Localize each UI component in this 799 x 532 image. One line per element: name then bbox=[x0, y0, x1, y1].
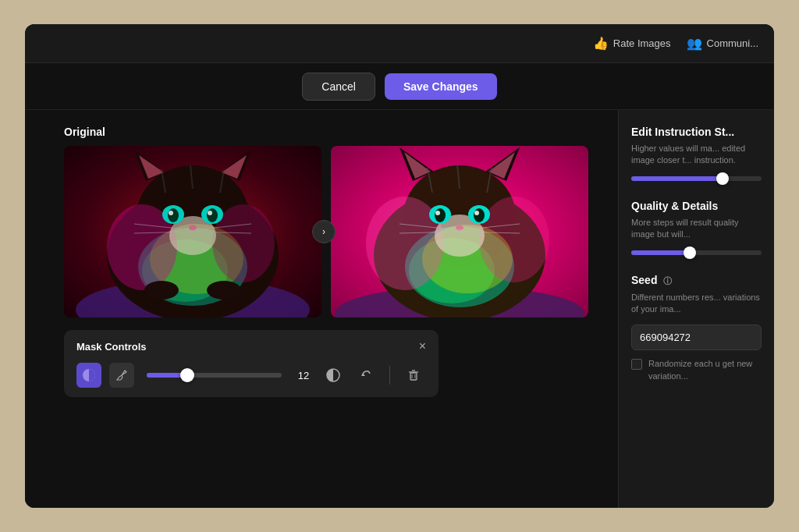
invert-tool-button[interactable] bbox=[321, 363, 346, 388]
quality-details-title: Quality & Details bbox=[631, 200, 762, 212]
edited-cat-svg bbox=[331, 146, 588, 317]
community-label: Communi... bbox=[707, 37, 758, 49]
svg-rect-61 bbox=[410, 373, 417, 380]
rate-images-nav[interactable]: 👍 Rate Images bbox=[593, 36, 671, 51]
instruction-strength-title: Edit Instruction St... bbox=[631, 126, 762, 138]
svg-point-28 bbox=[144, 281, 179, 300]
community-nav[interactable]: 👥 Communi... bbox=[687, 36, 758, 51]
cancel-button[interactable]: Cancel bbox=[302, 73, 375, 101]
app-window: 👍 Rate Images 👥 Communi... Cancel Save C… bbox=[25, 24, 774, 508]
original-cat-image bbox=[64, 146, 321, 317]
thumbs-up-icon: 👍 bbox=[593, 36, 609, 51]
save-changes-button[interactable]: Save Changes bbox=[385, 73, 497, 100]
seed-desc: Different numbers res... variations of y… bbox=[631, 292, 762, 316]
svg-point-29 bbox=[207, 281, 241, 300]
quality-details-section: Quality & Details More steps will result… bbox=[631, 200, 762, 258]
half-circle-icon bbox=[82, 368, 96, 382]
tool-divider bbox=[389, 366, 390, 385]
svg-point-42 bbox=[479, 197, 549, 282]
mask-controls-header: Mask Controls × bbox=[76, 339, 426, 353]
community-icon: 👥 bbox=[687, 36, 702, 51]
half-circle-tool-button[interactable] bbox=[76, 363, 101, 388]
brush-tool-button[interactable] bbox=[109, 363, 134, 388]
brush-size-slider[interactable] bbox=[147, 373, 282, 378]
top-nav: 👍 Rate Images 👥 Communi... bbox=[25, 24, 774, 63]
svg-point-48 bbox=[435, 211, 440, 215]
undo-icon bbox=[360, 369, 372, 381]
instruction-strength-desc: Higher values will ma... edited image cl… bbox=[631, 143, 762, 167]
mask-controls-title: Mask Controls bbox=[76, 341, 147, 353]
quality-details-desc: More steps will result quality image but… bbox=[631, 217, 762, 241]
original-image-wrapper: › bbox=[64, 146, 321, 317]
edited-image-wrapper bbox=[331, 146, 588, 317]
randomize-label: Randomize each u get new variation... bbox=[648, 358, 762, 382]
main-content: Original bbox=[25, 110, 774, 508]
trash-icon bbox=[407, 369, 420, 381]
mask-controls-tools: 12 bbox=[76, 363, 426, 388]
brush-icon bbox=[115, 369, 128, 381]
images-row: › bbox=[64, 146, 602, 317]
rate-images-label: Rate Images bbox=[613, 37, 671, 49]
brush-size-value: 12 bbox=[294, 370, 313, 381]
seed-input[interactable] bbox=[631, 325, 762, 350]
svg-point-19 bbox=[208, 211, 212, 215]
svg-point-47 bbox=[474, 208, 485, 222]
svg-point-46 bbox=[435, 208, 446, 222]
next-arrow-button[interactable]: › bbox=[312, 220, 336, 243]
original-cat-svg bbox=[64, 146, 321, 317]
delete-button[interactable] bbox=[401, 363, 426, 388]
randomize-row: Randomize each u get new variation... bbox=[631, 358, 762, 382]
invert-icon bbox=[326, 368, 340, 382]
right-panel: Edit Instruction St... Higher values wil… bbox=[618, 110, 774, 508]
seed-title: Seed ⓘ bbox=[631, 274, 762, 287]
instruction-strength-slider[interactable] bbox=[631, 176, 762, 181]
action-bar: Cancel Save Changes bbox=[25, 63, 774, 110]
mask-controls-panel: Mask Controls × bbox=[64, 330, 439, 397]
seed-section: Seed ⓘ Different numbers res... variatio… bbox=[631, 274, 762, 383]
svg-point-49 bbox=[474, 211, 479, 215]
edited-cat-image bbox=[331, 146, 588, 317]
quality-details-slider[interactable] bbox=[631, 250, 762, 255]
undo-button[interactable] bbox=[353, 363, 378, 388]
editor-area: Original bbox=[25, 110, 618, 508]
randomize-checkbox[interactable] bbox=[631, 359, 642, 370]
svg-point-18 bbox=[169, 211, 173, 215]
original-label: Original bbox=[64, 126, 602, 138]
mask-controls-close-button[interactable]: × bbox=[419, 339, 426, 353]
seed-info-icon: ⓘ bbox=[663, 276, 672, 286]
svg-point-17 bbox=[207, 208, 218, 222]
svg-point-16 bbox=[168, 208, 179, 222]
instruction-strength-section: Edit Instruction St... Higher values wil… bbox=[631, 126, 762, 184]
